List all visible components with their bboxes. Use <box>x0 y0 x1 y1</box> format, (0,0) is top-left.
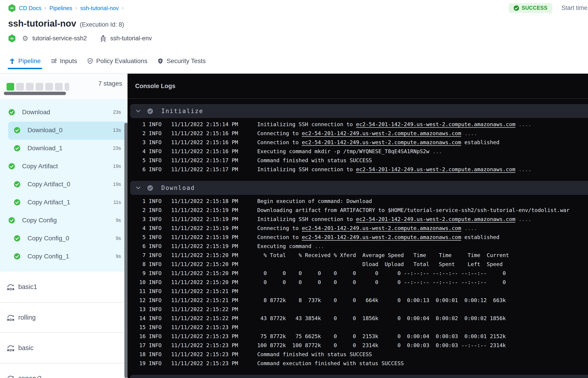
execution-list-item[interactable]: basic1 <box>0 272 128 302</box>
execution-id: (Execution Id: 8) <box>80 21 124 28</box>
execution-label: basic <box>18 344 34 352</box>
stage-duration: 19s <box>113 163 121 169</box>
log-text: 100 8772k 100 8772k 0 0 2314k 0 0:00:03 … <box>257 342 506 349</box>
tab-pipeline[interactable]: Pipeline <box>4 54 46 68</box>
stage-row[interactable]: Download_013s <box>0 121 128 139</box>
breadcrumb-link-project[interactable]: CD Docs <box>19 5 41 12</box>
rerun-icon <box>6 344 15 352</box>
stages-progress-header: 7 stages <box>0 74 128 99</box>
harness-logo-icon: ∞ <box>8 34 16 42</box>
pipeline-execution-page: ∞ CD Docs › Pipelines › ssh-tutorial-nov… <box>0 0 588 378</box>
stage-label: Download <box>22 108 113 116</box>
stage-label: Copy Config_0 <box>27 235 116 242</box>
host-link[interactable]: ec2-54-201-142-249.us-west-2.compute.ama… <box>302 130 461 136</box>
log-meta: 7 INFO 11/11/2022 2:15:20 PM <box>136 252 257 258</box>
tab-inputs[interactable]: Inputs <box>46 54 82 68</box>
console-section: Download 1 INFO 11/11/2022 2:15:18 PM Be… <box>128 181 588 370</box>
log-text-dim: .... <box>461 130 477 136</box>
log-line: 5 INFO 11/11/2022 2:15:19 PM Connection … <box>136 233 588 242</box>
stage-row[interactable]: Download23s <box>0 103 128 121</box>
tab-policy-evaluations[interactable]: Policy Evaluations <box>82 54 152 68</box>
stage-label: Copy Config <box>22 217 116 224</box>
chevron-down-icon[interactable] <box>136 186 141 190</box>
log-text: established <box>461 234 499 240</box>
console-section-header[interactable]: Initialize <box>130 104 588 118</box>
log-meta: 14 INFO 11/11/2022 2:15:22 PM <box>136 315 257 322</box>
breadcrumb-link-pipeline[interactable]: ssh-tutorial-nov <box>80 5 119 12</box>
stage-progress-square <box>26 83 34 91</box>
stage-label: Download_0 <box>27 127 113 134</box>
log-meta: 8 INFO 11/11/2022 2:15:20 PM <box>136 261 257 267</box>
console-section-header[interactable]: Download <box>130 181 588 195</box>
execution-list-item[interactable]: rolling <box>0 302 128 333</box>
host-link[interactable]: ec2-54-201-142-249.us-west-2.compute.ama… <box>302 139 461 146</box>
log-line: 4 INFO 11/11/2022 2:15:19 PM Connecting … <box>136 224 588 233</box>
stage-row[interactable]: Copy Config_09s <box>0 229 128 247</box>
host-link[interactable]: ec2-54-201-142-249.us-west-2.compute.ama… <box>356 216 515 222</box>
log-text: 43 8772k 43 3854k 0 0 1856k 0 0:00:04 0:… <box>257 315 506 322</box>
pipeline-icon <box>9 58 15 64</box>
chevron-down-icon[interactable] <box>136 109 141 113</box>
log-line: 7 INFO 11/11/2022 2:15:20 PM % Total % R… <box>136 251 588 260</box>
host-link[interactable]: ec2-54-201-142-249.us-west-2.compute.ama… <box>302 234 461 240</box>
log-line: 12 INFO 11/11/2022 2:15:21 PM 8 8772k 8 … <box>136 296 588 305</box>
stage-row[interactable]: Download_123s <box>0 139 128 157</box>
log-line: 3 INFO 11/11/2022 2:15:19 PM Initializin… <box>136 215 588 224</box>
service-name[interactable]: tutorial-service-ssh2 <box>32 35 87 42</box>
log-line: 6 INFO 11/11/2022 2:15:17 PM Initializin… <box>136 165 588 174</box>
console-panel: Console Logs Initialize 1 INFO 11/11/202… <box>128 74 588 378</box>
environment-name[interactable]: ssh-tutorial-env <box>110 35 152 42</box>
success-check-icon <box>14 127 21 134</box>
log-meta: 16 INFO 11/11/2022 2:15:23 PM <box>136 333 257 339</box>
log-line: 2 INFO 11/11/2022 2:15:19 PM Downloading… <box>136 206 588 215</box>
environment-icon <box>99 34 107 42</box>
breadcrumb-link-pipelines[interactable]: Pipelines <box>49 5 72 12</box>
console-section-header[interactable]: Cleanup <box>130 375 588 378</box>
log-text: Command execution finished with status S… <box>257 360 404 366</box>
log-text: Initializing SSH connection to <box>257 121 356 127</box>
tab-security-tests[interactable]: Security Tests <box>152 54 211 68</box>
log-meta: 15 INFO 11/11/2022 2:15:23 PM <box>136 324 257 330</box>
log-text: Begin execution of command: Download <box>257 198 372 204</box>
log-text: Connecting to <box>257 130 302 136</box>
log-meta: 1 INFO 11/11/2022 2:15:18 PM <box>136 198 257 204</box>
execution-list: basic1rollingbasiccanary2 <box>0 272 128 378</box>
log-meta: 9 INFO 11/11/2022 2:15:20 PM <box>136 270 257 276</box>
section-log-lines: 1 INFO 11/11/2022 2:15:14 PM Initializin… <box>128 118 588 176</box>
execution-list-item[interactable]: basic <box>0 333 128 363</box>
log-text: Dload Upload Total Spent Left Speed <box>257 261 503 267</box>
stage-row[interactable]: Copy Config9s <box>0 211 128 229</box>
host-link[interactable]: ec2-54-201-142-249.us-west-2.compute.ama… <box>356 121 515 127</box>
log-text-dim: .... <box>515 121 532 127</box>
host-link[interactable]: ec2-54-201-142-249.us-west-2.compute.ama… <box>356 166 515 173</box>
stage-progress-square <box>7 83 14 91</box>
log-meta: 3 INFO 11/11/2022 2:15:16 PM <box>136 139 257 146</box>
log-line: 19 INFO 11/11/2022 2:15:23 PM Command ex… <box>136 359 588 368</box>
vertical-scrollbar-thumb[interactable] <box>124 123 128 378</box>
log-meta: 17 INFO 11/11/2022 2:15:23 PM <box>136 342 257 349</box>
log-line: 3 INFO 11/11/2022 2:15:16 PM Connection … <box>136 138 588 147</box>
log-text-dim: .... <box>515 216 532 222</box>
log-line: 4 INFO 11/11/2022 2:15:16 PM Executing c… <box>136 147 588 156</box>
chevron-right-icon: › <box>76 5 77 11</box>
breadcrumb: ∞ CD Docs › Pipelines › ssh-tutorial-nov… <box>8 4 123 12</box>
stage-row[interactable]: Copy Config_19s <box>0 247 128 265</box>
execution-list-item[interactable]: canary2 <box>0 363 128 378</box>
stage-row[interactable]: Copy Artifact_019s <box>0 175 128 193</box>
success-check-icon <box>14 181 21 188</box>
stage-duration: 11s <box>113 199 121 205</box>
host-link[interactable]: ec2-54-201-142-249.us-west-2.compute.ama… <box>302 225 461 231</box>
log-text: 0 0 0 0 0 0 0 0 --:--:-- --:--:-- --:--:… <box>257 279 506 285</box>
log-text: Executing command <box>257 243 312 249</box>
stage-row[interactable]: Copy Artifact_111s <box>0 193 128 211</box>
success-check-icon <box>8 163 15 170</box>
log-line: 18 INFO 11/11/2022 2:15:23 PM Command fi… <box>136 350 588 359</box>
log-line: 2 INFO 11/11/2022 2:15:16 PM Connecting … <box>136 129 588 138</box>
horizontal-scrollbar-thumb[interactable] <box>4 92 66 95</box>
log-text: Connecting to <box>257 225 302 231</box>
active-tab-underline <box>8 68 42 69</box>
log-meta: 4 INFO 11/11/2022 2:15:16 PM <box>136 148 257 155</box>
log-meta: 3 INFO 11/11/2022 2:15:19 PM <box>136 216 257 222</box>
stage-row[interactable]: Copy Artifact19s <box>0 157 128 175</box>
log-text: Downloading artifact from ARTIFACTORY to… <box>257 207 570 213</box>
